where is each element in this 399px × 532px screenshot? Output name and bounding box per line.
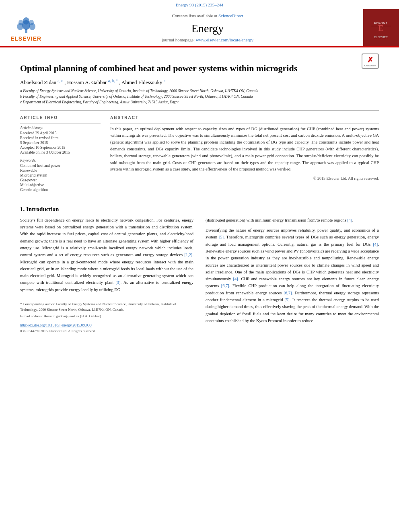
journal-logo-right: ENERGY E ELSEVIER (363, 9, 399, 46)
svg-text:ELSEVIER: ELSEVIER (374, 36, 388, 39)
intro-para-right-2: Diversifying the nature of energy source… (206, 227, 379, 324)
copyright: © 2015 Elsevier Ltd. All rights reserved… (110, 176, 379, 181)
affiliation-a: a Faculty of Energy Systems and Nuclear … (20, 88, 379, 94)
keyword-1: Combined heat and power (20, 164, 101, 168)
keyword-4: Gas-power (20, 178, 101, 182)
intro-title: 1. Introduction (20, 206, 379, 213)
history-label: Article history: (20, 126, 101, 130)
received-revised-date: 5 September 2015 (20, 141, 101, 145)
journal-header: ELSEVIER Contents lists available at Sci… (0, 9, 399, 47)
abstract-header: ABSTRACT (110, 115, 379, 120)
elsevier-label: ELSEVIER (10, 35, 41, 42)
intro-right-col: (distributed generation) with minimum en… (206, 217, 379, 333)
available-date: Available online 3 October 2015 (20, 150, 101, 154)
intro-body: Society's full dependence on energy lead… (20, 217, 379, 333)
section-divider-2 (20, 200, 379, 200)
intro-para-1: Society's full dependence on energy lead… (20, 217, 193, 293)
accepted-date: Accepted 10 September 2015 (20, 146, 101, 150)
energy-badge: ENERGY E ELSEVIER (366, 13, 396, 43)
article-title: Optimal planning of combined heat and po… (20, 63, 379, 74)
keyword-3: Microgrid system (20, 173, 101, 177)
affiliation-c: c Department of Electrical Engineering, … (20, 99, 379, 105)
citation-bar: Energy 93 (2015) 235–244 (0, 0, 399, 9)
intro-left-col: Society's full dependence on energy lead… (20, 217, 193, 333)
citation-text: Energy 93 (2015) 235–244 (176, 2, 224, 7)
keyword-2: Renewable (20, 168, 101, 173)
affiliations: a Faculty of Energy Systems and Nuclear … (20, 88, 379, 105)
footnote-sep (20, 299, 98, 299)
ref-6-7[interactable]: [6,7] (221, 283, 229, 288)
section-divider-1 (20, 110, 379, 111)
doi-link[interactable]: http://dx.doi.org/10.1016/j.energy.2015.… (20, 323, 193, 327)
svg-point-5 (19, 20, 23, 25)
homepage-line: journal homepage: www.elsevier.com/locat… (162, 37, 253, 42)
journal-title: Energy (191, 22, 224, 35)
ref-3[interactable]: [3] (115, 280, 120, 285)
ref-1-2[interactable]: [1,2] (184, 253, 192, 257)
elsevier-tree-icon (12, 14, 40, 34)
keywords-label: Keywords: (20, 158, 101, 162)
affiliation-b: b Faculty of Engineering and Applied Sci… (20, 94, 379, 99)
received-date: Received 29 April 2015 (20, 131, 101, 135)
svg-text:E: E (378, 24, 383, 33)
ref-4b[interactable]: [4] (373, 242, 378, 246)
abstract-text: In this paper, an optimal deployment wit… (110, 126, 379, 173)
sciencedirect-link[interactable]: ScienceDirect (218, 13, 243, 18)
keyword-5: Multi-objective (20, 183, 101, 187)
elsevier-logo: ELSEVIER (0, 9, 52, 46)
received-revised-label: Received in revised form (20, 136, 101, 140)
article-info-col: ARTICLE INFO Article history: Received 2… (20, 115, 101, 193)
abstract-col: ABSTRACT In this paper, an optimal deplo… (110, 115, 379, 193)
homepage-url[interactable]: www.elsevier.com/locate/energy (196, 37, 253, 42)
svg-point-6 (29, 20, 34, 25)
authors-line: Aboelsood Zidan a, c , Hossam A. Gabbar … (20, 78, 379, 86)
info-abstract-section: ARTICLE INFO Article history: Received 2… (20, 115, 379, 193)
contents-line: Contents lists available at ScienceDirec… (172, 13, 243, 18)
crossmark-badge[interactable]: ✗ CrossMark (362, 53, 379, 69)
crossmark-label: CrossMark (364, 64, 376, 67)
ref-5b[interactable]: [5] (285, 298, 290, 302)
energy-logo-icon: ENERGY E ELSEVIER (368, 15, 394, 41)
header-center: Contents lists available at ScienceDirec… (52, 9, 363, 46)
footnote-email: E-mail address: Hossam.gabbar@uoit.ca (H… (20, 314, 193, 319)
ref-5[interactable]: [5] (219, 235, 224, 239)
ref-6-7b[interactable]: [6,7] (284, 291, 292, 295)
ref-4c[interactable]: [4] (233, 277, 238, 281)
svg-point-4 (23, 17, 29, 25)
crossmark-icon: ✗ (367, 55, 373, 64)
info-sep (20, 123, 101, 123)
intro-para-right-1: (distributed generation) with minimum en… (206, 217, 379, 224)
keyword-6: Genetic algorithm (20, 188, 101, 192)
main-content: ✗ CrossMark Optimal planning of combined… (0, 47, 399, 341)
footnote-corresponding: * Corresponding author. Faculty of Energ… (20, 302, 193, 312)
abstract-sep (110, 123, 379, 123)
issn-line: 0360-5442/© 2015 Elsevier Ltd. All right… (20, 329, 193, 333)
article-info-header: ARTICLE INFO (20, 115, 101, 120)
ref-4[interactable]: [4] (347, 218, 352, 222)
